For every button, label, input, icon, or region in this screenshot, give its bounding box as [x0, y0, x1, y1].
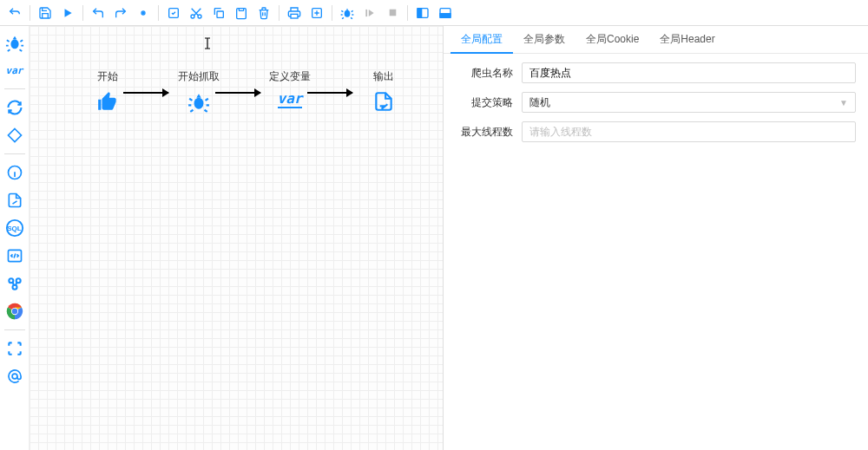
palette-capture-icon[interactable]	[2, 336, 28, 362]
separator	[4, 153, 25, 154]
node-label: 定义变量	[269, 69, 311, 84]
debug-icon[interactable]	[338, 3, 357, 23]
palette-file-icon[interactable]	[2, 187, 28, 213]
svg-rect-13	[418, 8, 422, 17]
palette-sql-icon[interactable]: SQL	[2, 215, 28, 241]
reply-icon[interactable]	[89, 3, 108, 23]
flow-canvas[interactable]: 开始 开始抓取 定义变量 var 输出	[30, 26, 443, 450]
thumbs-up-icon	[95, 89, 120, 114]
config-panel: 全局配置 全局参数 全局Cookie 全局Header 爬虫名称 提交策略 随机…	[443, 26, 868, 450]
export-icon[interactable]	[307, 3, 326, 23]
svg-point-9	[345, 10, 351, 16]
tab-global-config[interactable]: 全局配置	[450, 27, 513, 54]
crawler-name-input[interactable]	[522, 62, 856, 83]
split-bottom-icon[interactable]	[436, 3, 455, 23]
svg-point-1	[142, 12, 143, 13]
split-left-icon[interactable]	[413, 3, 432, 23]
svg-rect-11	[389, 10, 396, 16]
svg-point-16	[10, 39, 18, 49]
svg-rect-6	[239, 8, 243, 10]
stop-icon[interactable]	[383, 3, 402, 23]
palette-var-icon[interactable]: var	[2, 57, 28, 83]
marker-icon[interactable]	[134, 3, 153, 23]
svg-rect-7	[291, 14, 298, 18]
node-label: 输出	[373, 69, 394, 84]
svg-point-27	[12, 374, 17, 379]
svg-rect-10	[365, 9, 367, 16]
config-form: 爬虫名称 提交策略 随机 ▼ 最大线程数	[444, 54, 868, 160]
submit-strategy-label: 提交策略	[444, 95, 522, 110]
save-icon[interactable]	[36, 3, 55, 23]
top-toolbar	[0, 0, 868, 26]
cut-icon[interactable]	[187, 3, 206, 23]
node-output[interactable]: 输出	[358, 69, 410, 114]
separator	[82, 5, 83, 21]
node-palette: var SQL	[0, 26, 30, 450]
copy-icon[interactable]	[209, 3, 228, 23]
tab-global-params[interactable]: 全局参数	[513, 27, 575, 54]
step-icon[interactable]	[360, 3, 379, 23]
tab-global-header[interactable]: 全局Header	[649, 27, 725, 54]
flow-arrow	[307, 92, 352, 94]
palette-info-icon[interactable]	[2, 160, 28, 186]
separator	[30, 5, 30, 21]
svg-rect-5	[217, 11, 223, 17]
separator	[407, 5, 408, 21]
chevron-down-icon: ▼	[839, 98, 848, 108]
palette-at-icon[interactable]	[2, 363, 28, 389]
flow-arrow	[215, 92, 260, 94]
flow-arrow	[123, 92, 168, 94]
palette-chrome-icon[interactable]	[2, 298, 28, 324]
file-output-icon	[372, 89, 396, 114]
bug-icon	[187, 89, 211, 114]
forward-icon[interactable]	[111, 3, 130, 23]
paste-icon[interactable]	[232, 3, 251, 23]
palette-code-icon[interactable]	[2, 243, 28, 269]
delete-icon[interactable]	[254, 3, 273, 23]
separator	[158, 5, 159, 21]
svg-point-4	[198, 15, 201, 18]
svg-point-3	[191, 15, 194, 18]
max-threads-label: 最大线程数	[444, 125, 522, 140]
svg-rect-15	[440, 13, 450, 17]
submit-strategy-select[interactable]: 随机 ▼	[522, 92, 856, 113]
separator	[279, 5, 279, 21]
node-label: 开始抓取	[178, 69, 220, 84]
var-icon: var	[278, 89, 302, 108]
config-tabs: 全局配置 全局参数 全局Cookie 全局Header	[444, 26, 868, 54]
tab-global-cookie[interactable]: 全局Cookie	[575, 27, 649, 54]
node-define-var[interactable]: 定义变量 var	[264, 69, 316, 108]
separator	[4, 88, 25, 89]
undo-icon[interactable]	[5, 3, 24, 23]
palette-loop-icon[interactable]	[2, 95, 28, 121]
run-icon[interactable]	[58, 3, 77, 23]
node-label: 开始	[97, 69, 118, 84]
palette-diamond-icon[interactable]	[2, 122, 28, 148]
max-threads-input[interactable]	[522, 121, 856, 142]
palette-crawler-icon[interactable]	[2, 29, 28, 55]
separator	[332, 5, 332, 21]
separator	[4, 329, 25, 330]
svg-point-28	[194, 98, 204, 109]
print-icon[interactable]	[285, 3, 304, 23]
select-value: 随机	[529, 95, 550, 110]
svg-point-26	[11, 309, 16, 314]
select-icon[interactable]	[164, 3, 183, 23]
crawler-name-label: 爬虫名称	[444, 66, 522, 81]
palette-link-icon[interactable]	[2, 271, 28, 297]
